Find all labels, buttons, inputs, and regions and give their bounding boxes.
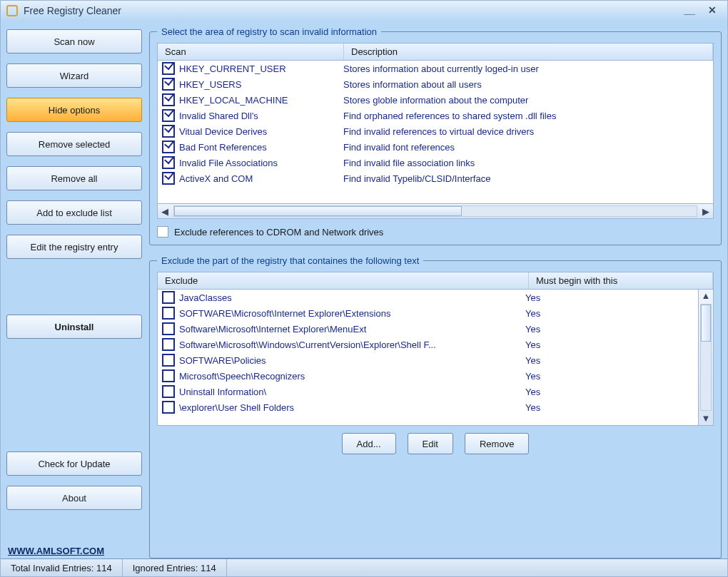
about-button[interactable]: About — [6, 486, 142, 510]
table-row: Vitual Device DerivesFind invalid refere… — [158, 123, 713, 139]
scan-table-body: HKEY_CURRENT_USERStores information abou… — [157, 60, 714, 204]
table-row: HKEY_LOCAL_MACHINEStores globle informat… — [158, 92, 713, 108]
table-row: HKEY_USERSStores information about all u… — [158, 76, 713, 92]
table-row: JavaClassesYes — [158, 290, 698, 305]
sidebar: Scan now Wizard Hide options Remove sele… — [6, 26, 142, 558]
hscroll-thumb[interactable] — [174, 206, 462, 216]
scan-checkbox[interactable] — [162, 172, 175, 185]
exclude-cdrom-row: Exclude references to CDROM and Network … — [157, 226, 714, 238]
exclude-checkbox[interactable] — [162, 401, 175, 414]
exclude-cdrom-checkbox[interactable] — [157, 226, 168, 238]
scan-description: Find invalid file association links — [343, 158, 709, 168]
hide-options-button[interactable]: Hide options — [6, 98, 142, 122]
table-row: Software\Microsoft\Internet Explorer\Men… — [158, 321, 698, 337]
exclude-text: Software\Microsoft\Internet Explorer\Men… — [179, 324, 525, 335]
scan-checkbox[interactable] — [162, 125, 175, 138]
scan-name: HKEY_LOCAL_MACHINE — [179, 95, 343, 106]
scan-name: Invalid Shared Dll's — [179, 111, 343, 121]
table-row: Software\Microsoft\Windows\CurrentVersio… — [158, 337, 698, 352]
wizard-button[interactable]: Wizard — [6, 63, 142, 88]
uninstall-button[interactable]: Uninstall — [6, 315, 142, 339]
scan-checkbox[interactable] — [162, 109, 175, 122]
exclude-text: JavaClasses — [179, 292, 525, 303]
scan-description: Find invalid references to virtual devic… — [343, 126, 709, 137]
exclude-vscrollbar[interactable]: ▲ ▼ — [699, 289, 714, 426]
table-row: SOFTWARE\Microsoft\Internet Explorer\Ext… — [158, 305, 698, 321]
scan-name: Vitual Device Derives — [179, 126, 343, 137]
remove-selected-button[interactable]: Remove selected — [6, 132, 142, 156]
scan-areas-group: Select the area of registry to scan inva… — [149, 26, 722, 245]
exclude-begin: Yes — [525, 324, 694, 335]
exclude-checkbox[interactable] — [162, 322, 175, 335]
scan-checkbox[interactable] — [162, 62, 175, 75]
scan-areas-legend: Select the area of registry to scan inva… — [157, 26, 381, 37]
exclude-cdrom-label: Exclude references to CDROM and Network … — [174, 227, 383, 238]
exclude-begin: Yes — [525, 387, 694, 397]
scan-checkbox[interactable] — [162, 141, 175, 153]
remove-all-button[interactable]: Remove all — [6, 166, 142, 190]
col-exclude[interactable]: Exclude — [158, 272, 529, 289]
scan-checkbox[interactable] — [162, 156, 175, 169]
scroll-right-icon[interactable]: ▶ — [699, 206, 713, 217]
col-scan[interactable]: Scan — [158, 44, 344, 60]
scan-checkbox[interactable] — [162, 78, 175, 91]
table-row: HKEY_CURRENT_USERStores information abou… — [158, 61, 713, 76]
status-bar: Total Invalid Entries: 114 Ignored Entri… — [1, 558, 727, 576]
edit-registry-entry-button[interactable]: Edit the registry entry — [6, 235, 142, 259]
add-button[interactable]: Add... — [342, 433, 396, 454]
scan-description: Find invalid font references — [343, 142, 709, 153]
remove-button[interactable]: Remove — [465, 433, 529, 454]
close-button[interactable]: ✕ — [703, 4, 722, 17]
scan-checkbox[interactable] — [162, 93, 175, 106]
exclude-checkbox[interactable] — [162, 291, 175, 304]
exclude-text-legend: Exclude the part of the registry that co… — [157, 255, 423, 266]
table-row: ActiveX and COMFind invalid Typelib/CLSI… — [158, 170, 713, 186]
scan-description: Stores globle information about the comp… — [343, 95, 709, 106]
scan-now-button[interactable]: Scan now — [6, 29, 142, 53]
exclude-begin: Yes — [525, 308, 694, 319]
table-row: Invalid File AssociationsFind invalid fi… — [158, 155, 713, 170]
scroll-down-icon[interactable]: ▼ — [699, 412, 713, 425]
col-description[interactable]: Description — [344, 44, 713, 60]
exclude-text: Uninstall Information\ — [179, 387, 525, 397]
exclude-text: SOFTWARE\Policies — [179, 355, 525, 366]
scroll-up-icon[interactable]: ▲ — [699, 290, 713, 302]
table-row: SOFTWARE\PoliciesYes — [158, 352, 698, 368]
exclude-checkbox[interactable] — [162, 385, 175, 398]
check-for-update-button[interactable]: Check for Update — [6, 451, 142, 476]
vscroll-thumb[interactable] — [701, 305, 711, 342]
scan-name: Invalid File Associations — [179, 158, 343, 168]
exclude-checkbox[interactable] — [162, 307, 175, 320]
app-icon — [6, 5, 18, 16]
table-row: Bad Font ReferencesFind invalid font ref… — [158, 139, 713, 155]
table-row: Invalid Shared Dll'sFind orphaned refere… — [158, 108, 713, 123]
exclude-checkbox[interactable] — [162, 354, 175, 367]
scan-name: HKEY_CURRENT_USER — [179, 63, 343, 74]
scan-name: HKEY_USERS — [179, 79, 343, 90]
exclude-begin: Yes — [525, 355, 694, 366]
minimize-button[interactable]: __ — [680, 4, 699, 17]
col-must-begin[interactable]: Must begin with this — [529, 272, 713, 289]
table-row: Uninstall Information\Yes — [158, 384, 698, 399]
scroll-left-icon[interactable]: ◀ — [158, 206, 172, 217]
table-row: \explorer\User Shell FoldersYes — [158, 399, 698, 415]
exclude-text: Software\Microsoft\Windows\CurrentVersio… — [179, 339, 525, 350]
exclude-begin: Yes — [525, 402, 694, 413]
exclude-checkbox[interactable] — [162, 338, 175, 351]
exclude-begin: Yes — [525, 371, 694, 382]
exclude-text: \explorer\User Shell Folders — [179, 402, 525, 413]
status-ignored-entries: Ignored Entries: 114 — [123, 559, 227, 576]
edit-button[interactable]: Edit — [408, 433, 453, 454]
exclude-checkbox[interactable] — [162, 369, 175, 382]
scan-table-header: Scan Description — [157, 43, 714, 60]
scan-name: ActiveX and COM — [179, 173, 343, 184]
table-row: Microsoft\Speech\RecognizersYes — [158, 368, 698, 384]
add-to-exclude-button[interactable]: Add to exclude list — [6, 200, 142, 225]
app-window: Free Registry Cleaner __ ✕ Scan now Wiza… — [0, 0, 728, 577]
exclude-action-bar: Add... Edit Remove — [157, 433, 714, 454]
exclude-begin: Yes — [525, 339, 694, 350]
scan-description: Find orphaned references to shared syste… — [343, 111, 709, 121]
website-link[interactable]: WWW.AMLSOFT.COM — [8, 546, 104, 556]
scan-description: Find invalid Typelib/CLSID/Interface — [343, 173, 709, 184]
scan-hscrollbar[interactable]: ◀ ▶ — [157, 204, 714, 219]
